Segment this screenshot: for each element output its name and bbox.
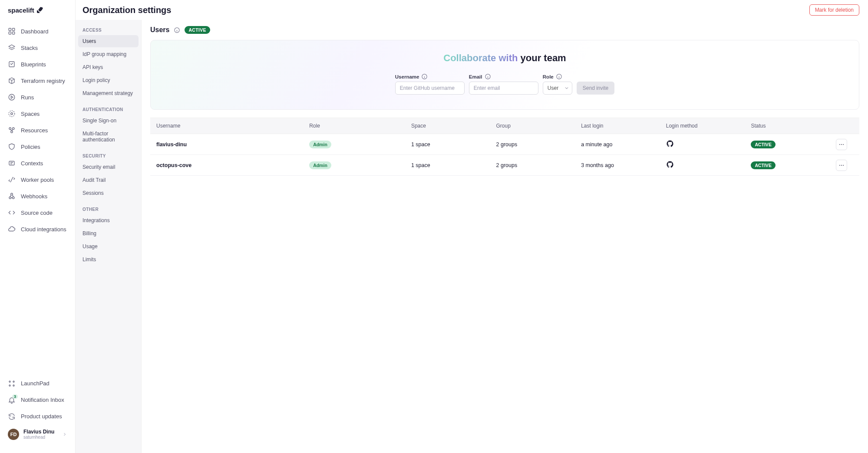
policies-icon — [8, 143, 16, 151]
svg-point-26 — [843, 144, 844, 144]
row-actions-button[interactable] — [836, 160, 847, 171]
settings-item-users[interactable]: Users — [78, 35, 139, 47]
webhooks-icon — [8, 192, 16, 200]
spaces-icon — [8, 110, 16, 118]
settings-item-idp-group-mapping[interactable]: IdP group mapping — [78, 48, 139, 60]
info-icon[interactable] — [421, 73, 428, 80]
nav-terraform-registry[interactable]: Terraform registry — [3, 73, 72, 89]
nav-bottom: LaunchPad 3 Notification Inbox Product u… — [0, 372, 75, 447]
svg-rect-3 — [9, 32, 11, 34]
launchpad-icon — [8, 380, 16, 387]
status-badge: ACTIVE — [751, 141, 776, 148]
blueprints-icon — [8, 60, 16, 68]
nav-dashboard[interactable]: Dashboard — [3, 23, 72, 39]
nav-label: LaunchPad — [21, 380, 50, 387]
github-icon — [666, 161, 674, 168]
nav-label: Dashboard — [21, 28, 49, 35]
current-user[interactable]: FD Flavius Dinu saturnhead — [3, 425, 72, 443]
role-label: Role — [543, 73, 572, 80]
main-content: Users ACTIVE Collaborate with your team … — [142, 20, 868, 453]
send-invite-button[interactable]: Send invite — [577, 82, 614, 95]
settings-item-management-strategy[interactable]: Management strategy — [78, 87, 139, 99]
email-label: Email — [469, 73, 538, 80]
settings-item-mfa[interactable]: Multi-factor authentication — [78, 128, 139, 146]
col-role: Role — [309, 123, 411, 129]
nav-label: Cloud integrations — [21, 226, 66, 233]
settings-sidebar: ACCESS Users IdP group mapping API keys … — [76, 20, 142, 453]
main-sidebar: spacelift Dashboard Stacks Blueprints Te… — [0, 0, 76, 453]
nav-cloud-integrations[interactable]: Cloud integrations — [3, 221, 72, 237]
invite-panel: Collaborate with your team Username — [150, 40, 859, 110]
nav-label: Stacks — [21, 45, 38, 51]
status-badge: ACTIVE — [751, 161, 776, 169]
nav-webhooks[interactable]: Webhooks — [3, 188, 72, 204]
col-space: Space — [411, 123, 496, 129]
settings-item-security-email[interactable]: Security email — [78, 161, 139, 173]
settings-item-audit-trail[interactable]: Audit Trail — [78, 174, 139, 186]
mark-for-deletion-button[interactable]: Mark for deletion — [809, 4, 859, 16]
user-name: Flavius Dinu — [23, 429, 58, 435]
nav-source-code[interactable]: Source code — [3, 205, 72, 220]
svg-rect-1 — [9, 28, 11, 30]
settings-item-limits[interactable]: Limits — [78, 253, 139, 266]
nav-worker-pools[interactable]: Worker pools — [3, 172, 72, 187]
email-input[interactable] — [469, 82, 538, 95]
info-icon[interactable] — [485, 73, 491, 80]
settings-item-login-policy[interactable]: Login policy — [78, 74, 139, 86]
nav-spaces[interactable]: Spaces — [3, 106, 72, 121]
rocket-icon — [36, 6, 44, 14]
nav-label: Contexts — [21, 160, 43, 167]
nav-label: Notification Inbox — [21, 397, 64, 403]
invite-title: Collaborate with your team — [159, 53, 850, 64]
nav-product-updates[interactable]: Product updates — [3, 409, 72, 424]
username-input[interactable] — [395, 82, 465, 95]
dashboard-icon — [8, 27, 16, 35]
svg-point-14 — [13, 197, 15, 199]
bell-icon: 3 — [8, 396, 16, 404]
info-icon[interactable] — [556, 73, 562, 80]
status-badge: ACTIVE — [185, 26, 210, 34]
settings-item-sso[interactable]: Single Sign-on — [78, 115, 139, 127]
cell-username: flavius-dinu — [156, 141, 309, 148]
role-badge: Admin — [309, 141, 331, 148]
notification-badge: 3 — [12, 394, 18, 399]
users-table: Username Role Space Group Last login Log… — [150, 118, 859, 176]
settings-item-api-keys[interactable]: API keys — [78, 61, 139, 73]
svg-rect-4 — [13, 32, 15, 34]
cell-last-login: 3 months ago — [581, 162, 666, 168]
nav-blueprints[interactable]: Blueprints — [3, 56, 72, 72]
brand-logo[interactable]: spacelift — [0, 6, 75, 20]
cell-username: octopus-cove — [156, 162, 309, 168]
info-icon[interactable] — [174, 27, 180, 33]
settings-section-title: AUTHENTICATION — [78, 105, 139, 115]
col-login-method: Login method — [666, 123, 751, 129]
row-actions-button[interactable] — [836, 139, 847, 150]
table-header: Username Role Space Group Last login Log… — [150, 118, 859, 134]
nav-contexts[interactable]: Contexts — [3, 155, 72, 171]
svg-point-6 — [9, 94, 15, 100]
svg-rect-2 — [13, 28, 15, 30]
nav-label: Product updates — [21, 413, 62, 420]
settings-item-integrations[interactable]: Integrations — [78, 214, 139, 226]
nav-stacks[interactable]: Stacks — [3, 40, 72, 56]
nav-runs[interactable]: Runs — [3, 89, 72, 105]
svg-point-27 — [839, 164, 840, 165]
role-select[interactable]: User — [543, 82, 572, 95]
settings-section-title: OTHER — [78, 205, 139, 214]
nav-notification-inbox[interactable]: 3 Notification Inbox — [3, 392, 72, 408]
role-badge: Admin — [309, 161, 331, 169]
nav-policies[interactable]: Policies — [3, 139, 72, 154]
settings-section-title: SECURITY — [78, 152, 139, 161]
nav-label: Runs — [21, 94, 34, 101]
svg-point-24 — [839, 144, 840, 144]
nav-launchpad[interactable]: LaunchPad — [3, 376, 72, 391]
settings-item-usage[interactable]: Usage — [78, 240, 139, 253]
nav-resources[interactable]: Resources — [3, 122, 72, 138]
worker-pools-icon — [8, 176, 16, 184]
svg-point-13 — [9, 197, 11, 199]
registry-icon — [8, 77, 16, 85]
settings-item-billing[interactable]: Billing — [78, 227, 139, 240]
nav-label: Policies — [21, 144, 40, 150]
settings-item-sessions[interactable]: Sessions — [78, 187, 139, 199]
username-label: Username — [395, 73, 465, 80]
